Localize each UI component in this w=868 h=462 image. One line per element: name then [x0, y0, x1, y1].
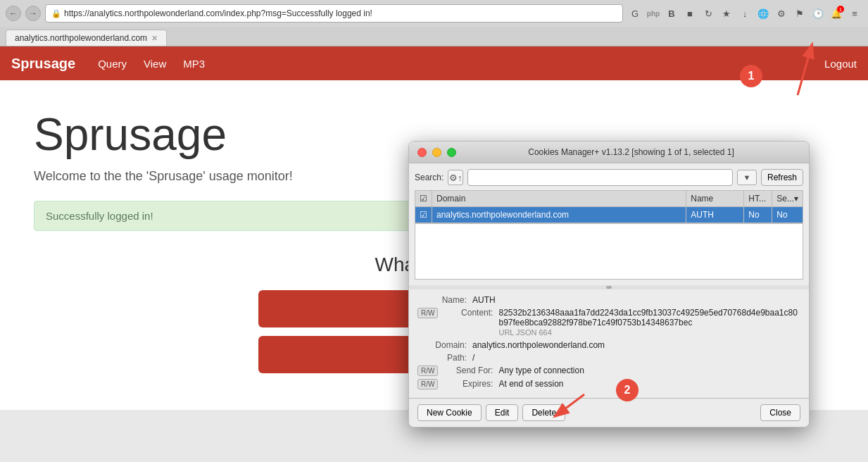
- col-name: Name: [686, 191, 744, 207]
- browser-toolbar-right: G php B ■ ↻ ★ ↓ 🌐 ⚙ ⚑ 🕑 🔔1 ≡: [627, 6, 862, 21]
- url-text: https://analytics.northpolewonderland.co…: [64, 8, 617, 18]
- row-checkbox[interactable]: ☑: [415, 207, 432, 223]
- edit-button[interactable]: Edit: [486, 404, 519, 421]
- puzzle-icon[interactable]: ⚙: [774, 6, 789, 21]
- browser-toolbar: ← → 🔒 https://analytics.northpolewonderl…: [0, 0, 868, 27]
- greasemonkey-icon[interactable]: G: [627, 6, 643, 21]
- details-section: Name: AUTH R/W Content: 82532b2136348aaa…: [409, 289, 809, 398]
- nav-query[interactable]: Query: [98, 58, 127, 70]
- detail-domain-value: analytics.northpolewonderland.com: [472, 340, 800, 350]
- flag-icon[interactable]: ⚑: [792, 6, 807, 21]
- browser-chrome: ← → 🔒 https://analytics.northpolewonderl…: [0, 0, 868, 46]
- logout-button[interactable]: Logout: [824, 58, 857, 70]
- modal-body: Search: ⚙↑ ▼ Refresh ☑ Domain Name HT...…: [409, 163, 809, 285]
- cookie-table: ☑ Domain Name HT... Se...▾ ☑ analytics.n…: [415, 190, 803, 223]
- col-checkbox: ☑: [415, 191, 432, 207]
- history-icon[interactable]: 🕑: [810, 6, 826, 21]
- menu-icon[interactable]: ≡: [847, 6, 862, 21]
- nav-links: Query View MP3: [98, 58, 205, 70]
- brand-label: Sprusage: [11, 56, 75, 72]
- cookie-empty-area: [415, 223, 803, 280]
- row-domain: analytics.northpolewonderland.com: [432, 207, 686, 223]
- url-json-badge: URL JSON 664: [498, 328, 551, 337]
- row-se: No: [772, 207, 803, 223]
- search-input[interactable]: [471, 173, 729, 182]
- lock-icon: 🔒: [51, 9, 61, 18]
- refresh-button[interactable]: Refresh: [761, 169, 803, 186]
- search-dropdown[interactable]: ▼: [737, 170, 757, 185]
- detail-name-value: AUTH: [472, 295, 800, 305]
- annotation-circle-1: 1: [740, 65, 762, 87]
- download-icon[interactable]: ↓: [737, 6, 753, 21]
- table-row[interactable]: ☑ analytics.northpolewonderland.com AUTH…: [415, 207, 803, 223]
- detail-path-label: Path:: [417, 353, 467, 363]
- b-icon[interactable]: B: [664, 6, 679, 21]
- nav-mp3[interactable]: MP3: [183, 58, 205, 70]
- detail-expires-value: At end of session: [498, 379, 800, 389]
- rw-badge-expires: R/W: [417, 379, 438, 389]
- search-filter-icon[interactable]: ⚙↑: [448, 170, 463, 185]
- browser-tab[interactable]: analytics.northpolewonderland.com ✕: [6, 30, 167, 46]
- rw-badge-content: R/W: [417, 308, 438, 318]
- detail-sendfor-value: Any type of connection: [498, 366, 800, 375]
- success-banner: Successfully logged in!: [34, 201, 421, 231]
- table-header-row: ☑ Domain Name HT... Se...▾: [415, 191, 803, 207]
- notification-icon[interactable]: 🔔1: [829, 6, 844, 21]
- detail-path-value: /: [472, 353, 800, 363]
- detail-name-label: Name:: [417, 295, 467, 305]
- page-wrapper: ← → 🔒 https://analytics.northpolewonderl…: [0, 0, 868, 462]
- detail-expires-label: Expires:: [444, 379, 493, 389]
- row-name: AUTH: [686, 207, 744, 223]
- close-button[interactable]: Close: [760, 404, 800, 421]
- detail-name-row: Name: AUTH: [417, 295, 800, 305]
- detail-domain-label: Domain:: [417, 340, 467, 350]
- url-bar[interactable]: 🔒 https://analytics.northpolewonderland.…: [45, 4, 623, 23]
- bookmark-icon[interactable]: ★: [719, 6, 734, 21]
- modal-title: Cookies Manager+ v1.13.2 [showing 1 of 1…: [462, 147, 800, 157]
- detail-expires-row: R/W Expires: At end of session: [417, 379, 800, 389]
- cookie-modal: Cookies Manager+ v1.13.2 [showing 1 of 1…: [408, 141, 810, 427]
- tab-close-button[interactable]: ✕: [151, 34, 158, 43]
- annotation-circle-2: 2: [616, 379, 639, 401]
- detail-domain-row: Domain: analytics.northpolewonderland.co…: [417, 340, 800, 350]
- detail-content-value: 82532b2136348aaa1fa7dd2243da1cc9fb13037c…: [498, 308, 800, 337]
- modal-maximize-button[interactable]: [447, 148, 456, 157]
- modal-footer: New Cookie Edit Delete Close: [409, 398, 809, 427]
- detail-sendfor-row: R/W Send For: Any type of connection: [417, 366, 800, 376]
- search-input-wrapper: [467, 169, 733, 186]
- refresh-icon[interactable]: ↻: [700, 6, 716, 21]
- detail-content-text: 82532b2136348aaa1fa7dd2243da1cc9fb13037c…: [498, 308, 797, 327]
- tab-title: analytics.northpolewonderland.com: [15, 33, 147, 43]
- modal-minimize-button[interactable]: [432, 148, 441, 157]
- delete-button[interactable]: Delete: [522, 404, 565, 421]
- modal-close-mac-button[interactable]: [417, 148, 427, 157]
- search-label: Search:: [415, 173, 444, 182]
- detail-content-row: R/W Content: 82532b2136348aaa1fa7dd2243d…: [417, 308, 800, 337]
- detail-path-row: Path: /: [417, 353, 800, 363]
- col-se: Se...▾: [772, 191, 803, 207]
- php-icon[interactable]: php: [646, 6, 661, 21]
- globe-icon[interactable]: 🌐: [755, 6, 771, 21]
- nav-forward-button[interactable]: →: [25, 6, 41, 21]
- row-ht: No: [744, 207, 772, 223]
- rw-badge-sendfor: R/W: [417, 366, 438, 376]
- col-ht: HT...: [744, 191, 772, 207]
- nav-back-button[interactable]: ←: [6, 6, 21, 21]
- nav-view[interactable]: View: [144, 58, 166, 70]
- divider-dot: [606, 286, 612, 289]
- col-domain: Domain: [432, 191, 686, 207]
- app-nav: Sprusage Query View MP3 Logout: [0, 46, 868, 80]
- ublock-icon[interactable]: ■: [682, 6, 698, 21]
- detail-sendfor-label: Send For:: [444, 366, 493, 375]
- detail-content-label: Content:: [444, 308, 493, 318]
- modal-titlebar: Cookies Manager+ v1.13.2 [showing 1 of 1…: [409, 142, 809, 163]
- browser-tabs: analytics.northpolewonderland.com ✕: [0, 27, 868, 46]
- new-cookie-button[interactable]: New Cookie: [417, 404, 482, 421]
- search-row: Search: ⚙↑ ▼ Refresh: [415, 169, 803, 186]
